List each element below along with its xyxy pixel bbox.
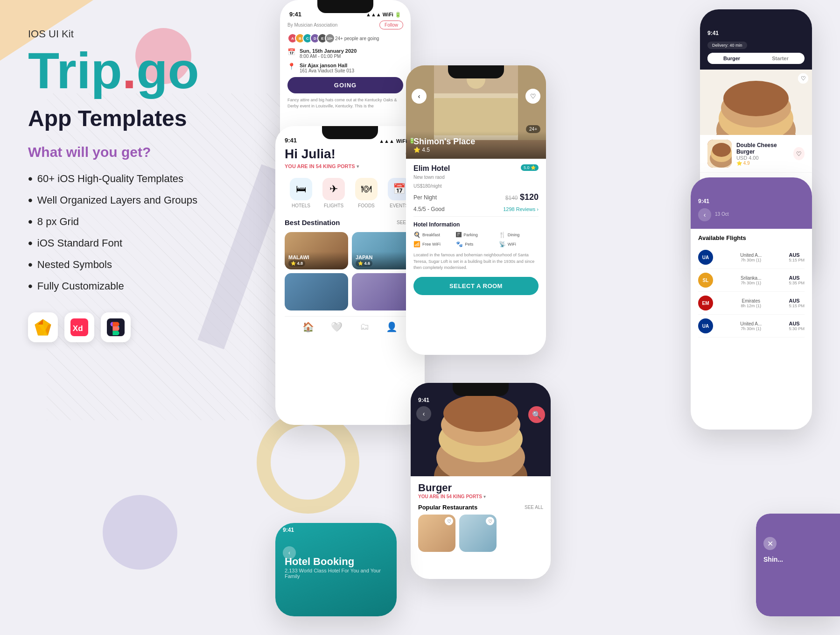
food-item-1-name: Double Cheese Burger — [736, 142, 789, 155]
flight-2-price: AUS — [789, 275, 805, 281]
dest-malawi-rating: ⭐ 4.8 — [288, 260, 305, 267]
event-description: Fancy attire and big hats come out at th… — [287, 97, 403, 109]
amenity-dining: 🍴 Dining — [499, 232, 539, 238]
flight-row-3[interactable]: EM Emirates 8h 12m (1) AUS 5:15 PM — [698, 292, 805, 315]
ios-label: IOS UI Kit — [28, 28, 275, 40]
event-date: Sun, 15th January 2020 — [300, 48, 357, 54]
going-button[interactable]: GOING — [287, 77, 403, 93]
category-foods[interactable]: 🍽 FOODS — [355, 178, 378, 208]
food-status-bar: 9:41 — [411, 383, 551, 403]
follow-button[interactable]: Follow — [379, 21, 403, 29]
category-hotels[interactable]: 🛏 HOTELS — [290, 178, 312, 208]
flights-date: 13 Oct — [715, 212, 728, 217]
flights-back-button[interactable]: ‹ — [698, 208, 711, 221]
food-item-1-fav[interactable]: ♡ — [793, 147, 805, 160]
dining-icon: 🍴 — [499, 232, 506, 238]
food-content: Burger YOU ARE IN 54 KING PORTS ▾ Popula… — [411, 476, 551, 557]
tab-starter[interactable]: Starter — [756, 53, 805, 64]
select-room-button[interactable]: SELECT A ROOM — [413, 277, 539, 295]
dest-malawi[interactable]: MALAWI ⭐ 4.8 — [285, 232, 348, 269]
main-location: YOU ARE IN 54 KING PORTS ▾ — [285, 163, 415, 169]
food-order-fav[interactable]: ♡ — [798, 73, 808, 84]
hotel-image-container: ‹ ♡ 24+ Shimon's Place ⭐ 4.5 — [406, 65, 546, 159]
flight-row-4[interactable]: UA United A... 7h 30m (1) AUS 5:30 PM — [698, 315, 805, 338]
category-flights[interactable]: ✈ FLIGHTS — [322, 178, 345, 208]
event-address: 161 Ava Viaduct Suite 013 — [300, 68, 354, 73]
event-venue-row: 📍 Sir Ajax janson Hall 161 Ava Viaduct S… — [287, 63, 403, 73]
hotels-icon-wrap: 🛏 — [290, 178, 312, 200]
hotel-rating-row: 4.5/5 - Good 1298 Reviews › — [413, 206, 539, 217]
pets-icon: 🐾 — [456, 241, 463, 247]
features-list: 60+ iOS High-Quality Templates Well Orga… — [28, 171, 275, 294]
brand-trip: Trip — [28, 42, 122, 99]
hotel-detail-content: Elim Hotel 5.0 ⭐ New town raod US$180/ni… — [406, 159, 546, 301]
food-card-2[interactable]: ♡ — [459, 515, 497, 552]
figma-icon — [107, 318, 125, 336]
food-location: YOU ARE IN 54 KING PORTS ▾ — [418, 494, 543, 499]
flight-row-2[interactable]: SL Srilanka... 7h 30m (1) AUS 5:35 PM — [698, 269, 805, 292]
hotel-price-subtitle: US$180/night — [413, 183, 539, 189]
main-greeting: Hi Julia! — [285, 147, 336, 162]
popular-header: Popular Restaurants SEE ALL — [418, 504, 543, 511]
partial-title: Shin... — [763, 556, 833, 563]
food-fav-2[interactable]: ♡ — [486, 517, 494, 525]
amenity-wifi2: 📡 WiFi — [499, 241, 539, 247]
hotel-score: 4.5/5 - Good — [413, 206, 445, 212]
nav-home[interactable]: 🏠 — [302, 321, 314, 332]
flight-1-duration: 7h 30m (1) — [740, 258, 762, 262]
flights-label: FLIGHTS — [322, 203, 345, 208]
booking-title: Hotel Booking — [285, 556, 387, 568]
brand-dot: . — [122, 42, 137, 99]
flight-2-time: 5:35 PM — [789, 281, 805, 285]
food-item-1-img — [707, 140, 732, 168]
wifi2-icon: 📡 — [499, 241, 506, 247]
feature-4: iOS Standard Font — [28, 236, 275, 251]
feature-3: 8 px Grid — [28, 214, 275, 229]
breakfast-icon: 🍳 — [413, 232, 420, 238]
booking-status-bar: 9:41 — [275, 523, 397, 537]
per-night-label: Per Night — [413, 194, 437, 201]
nav-favorites[interactable]: 🤍 — [331, 321, 343, 332]
svg-point-28 — [723, 81, 789, 116]
flights-time: 9:41 — [698, 198, 709, 205]
food-search-button[interactable]: 🔍 — [528, 406, 545, 423]
event-content: By Musician Association Follow A B C D E… — [280, 21, 411, 109]
hotel-name-row: Elim Hotel 5.0 ⭐ — [413, 164, 539, 173]
hotel-img-overlay: Shimon's Place ⭐ 4.5 — [406, 131, 546, 159]
phone-flights: 9:41 ‹ 13 Oct Available Flights UA Unite… — [691, 177, 812, 430]
parking-icon: 🅿 — [456, 232, 462, 238]
food-back-button[interactable]: ‹ — [416, 406, 431, 421]
tab-burger[interactable]: Burger — [707, 53, 756, 64]
phone-hotel: ‹ ♡ 24+ Shimon's Place ⭐ 4.5 Elim Hotel … — [406, 65, 546, 355]
foods-label: FOODS — [355, 203, 378, 208]
emirates-logo: EM — [698, 296, 713, 310]
food-cards-row: ♡ ♡ — [418, 515, 543, 552]
flight-row-1[interactable]: UA United A... 7h 30m (1) AUS 5:15 PM — [698, 246, 805, 269]
left-panel: IOS UI Kit Trip.go App Templates What wi… — [28, 28, 275, 342]
hotel-back-button[interactable]: ‹ — [412, 89, 427, 104]
event-time: 8:00 AM - 01:00 PM — [300, 54, 341, 59]
nav-bookings[interactable]: 🗂 — [360, 321, 369, 332]
nav-profile[interactable]: 👤 — [386, 321, 398, 332]
calendar-icon: 📅 — [287, 48, 296, 56]
popular-see-all[interactable]: SEE ALL — [525, 505, 543, 510]
booking-back-button[interactable]: ‹ — [283, 546, 296, 559]
tools-row: Xd — [28, 312, 275, 342]
main-time: 9:41 — [285, 137, 297, 144]
event-going-row: A B C D E 10+ 24+ people are going — [287, 33, 403, 43]
food-category: Burger — [418, 482, 543, 494]
hotel-price-old: $140 — [505, 195, 518, 201]
partial-close[interactable]: ✕ — [763, 537, 777, 550]
hotel-reviews[interactable]: 1298 Reviews › — [503, 206, 539, 212]
food-card-1[interactable]: ♡ — [418, 515, 455, 552]
bg-oval-gold — [257, 411, 359, 514]
battery-icon: 🔋 — [409, 138, 415, 144]
dest-beach[interactable] — [285, 273, 348, 310]
food-item-1: Double Cheese Burger USD 4.00 ⭐ 4.9 ♡ — [700, 135, 812, 173]
dest-malawi-name: MALAWI — [288, 254, 344, 260]
destinations-grid: MALAWI ⭐ 4.8 JAPAN ⭐ 4.6 — [285, 232, 415, 310]
food-order-time: 9:41 — [707, 30, 719, 36]
going-count: 24+ people are going — [335, 36, 379, 41]
hotel-fav-button[interactable]: ♡ — [525, 89, 540, 104]
food-fav-1[interactable]: ♡ — [445, 517, 453, 525]
